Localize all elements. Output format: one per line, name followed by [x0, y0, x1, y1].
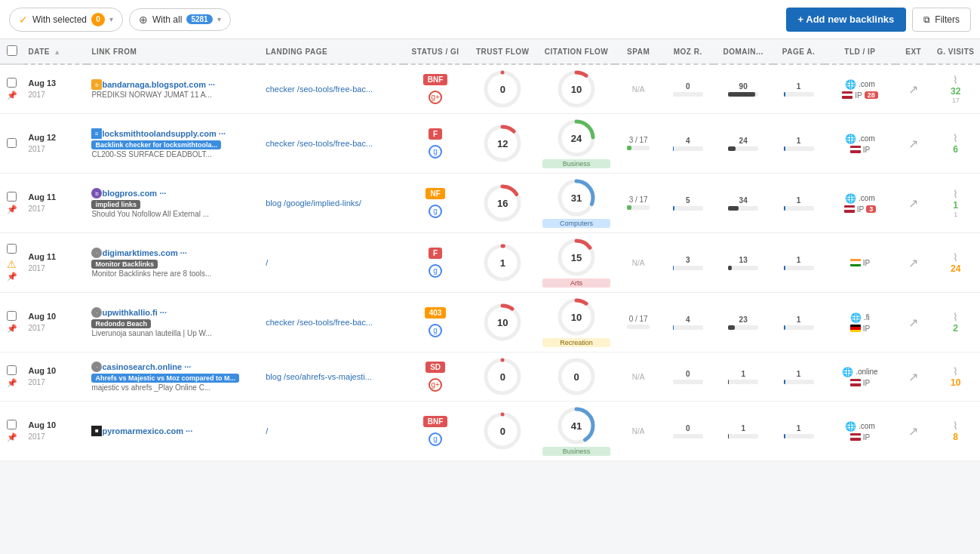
link-domain[interactable]: blogpros.com ···	[102, 189, 166, 198]
trust-flow-header: TRUST FLOW	[467, 39, 538, 64]
external-link-icon[interactable]: ↗	[908, 425, 918, 438]
citation-flow-cell: 10	[538, 64, 614, 114]
trust-flow-value: 0	[500, 371, 505, 383]
external-link-icon[interactable]: ↗	[908, 137, 918, 150]
backlinks-table: DATE ▲ LINK FROM LANDING PAGE STATUS / G…	[0, 39, 980, 461]
sparkline-icon: ⌇	[953, 132, 958, 144]
google-icon: g	[429, 145, 442, 159]
citation-flow-cell: 10 Recreation	[538, 293, 614, 352]
landing-page-link[interactable]: checker /seo-tools/free-bac...	[266, 85, 373, 94]
landing-page-link[interactable]: checker /seo-tools/free-bac...	[266, 318, 373, 327]
page-a-cell: 1	[773, 352, 825, 402]
row-checkbox[interactable]	[7, 244, 17, 254]
row-checkbox-cell[interactable]: 📌	[0, 293, 23, 352]
link-domain[interactable]: pyromarmexico.com ···	[102, 426, 192, 436]
all-count-badge: 5281	[186, 14, 212, 24]
ext-header: EXT	[896, 39, 931, 64]
row-checkbox-cell[interactable]: 📌	[0, 402, 23, 461]
table-row: 📌 Aug 10 2017 · upwithkallio.fi ··· Redo…	[0, 293, 980, 352]
status-cell: NF g	[404, 174, 467, 233]
circle-icon: ⊕	[139, 14, 148, 26]
filters-button[interactable]: ⧉ Filters	[912, 8, 971, 32]
table-row: 📌 Aug 10 2017 ■ pyromarmexico.com ··· / …	[0, 402, 980, 461]
landing-page-header: LANDING PAGE	[261, 39, 404, 64]
link-domain[interactable]: bandarnaga.blogspot.com ···	[102, 80, 215, 89]
filters-label: Filters	[935, 14, 960, 25]
filters-icon: ⧉	[923, 14, 930, 25]
link-domain[interactable]: upwithkallio.fi ···	[102, 308, 167, 317]
trust-flow-value: 16	[497, 198, 508, 209]
link-domain[interactable]: casinosearch.online ···	[102, 362, 191, 371]
landing-page-link[interactable]: blog /google/implied-links/	[266, 199, 361, 208]
row-checkbox[interactable]	[7, 365, 17, 375]
row-checkbox[interactable]	[7, 138, 17, 148]
sparkline-icon: ⌇	[953, 74, 958, 86]
gvisits-value: 32	[935, 86, 975, 97]
citation-flow-cell: 0	[538, 352, 614, 402]
table-row: 📌 Aug 11 2017 b blogpros.com ··· implied…	[0, 174, 980, 233]
link-domain[interactable]: locksmithtoolandsupply.com ···	[102, 129, 226, 138]
google-plus-icon: g+	[429, 91, 442, 104]
trust-flow-value: 10	[497, 317, 508, 328]
row-checkbox[interactable]	[7, 420, 17, 429]
date-header[interactable]: DATE ▲	[23, 39, 87, 64]
gvisits-cell: ⌇ 24	[931, 233, 980, 293]
spam-cell: 3 / 17	[615, 114, 662, 174]
ext-cell: ↗	[896, 233, 931, 293]
link-tag: Redondo Beach	[91, 319, 151, 328]
link-snippet: Should You Nofollow All External ...	[91, 210, 257, 218]
warning-icon: ⚠	[5, 258, 19, 270]
domain-a-cell: 1	[714, 402, 773, 461]
landing-page-link[interactable]: checker /seo-tools/free-bac...	[266, 139, 373, 148]
external-link-icon[interactable]: ↗	[908, 316, 918, 329]
select-all-checkbox[interactable]	[7, 45, 17, 56]
landing-page-link[interactable]: /	[266, 258, 268, 267]
external-link-icon[interactable]: ↗	[908, 83, 918, 96]
row-checkbox-cell[interactable]: 📌	[0, 174, 23, 233]
sparkline-icon: ⌇	[953, 251, 958, 263]
external-link-icon[interactable]: ↗	[908, 197, 918, 210]
pin-icon: 📌	[5, 91, 19, 100]
citation-flow-value: 10	[571, 84, 582, 95]
external-link-icon[interactable]: ↗	[908, 371, 918, 383]
spam-cell: N/A	[615, 352, 662, 402]
page-a-cell: 1	[773, 64, 825, 114]
row-checkbox[interactable]	[7, 192, 17, 202]
citation-flow-cell: 24 Business	[538, 114, 614, 174]
row-checkbox-cell[interactable]: 📌	[0, 64, 23, 114]
landing-page-link[interactable]: /	[266, 426, 268, 436]
backlinks-table-container: DATE ▲ LINK FROM LANDING PAGE STATUS / G…	[0, 39, 980, 461]
sparkline-icon: ⌇	[953, 365, 958, 377]
link-tag: implied links	[91, 200, 140, 209]
status-cell: BNF g+	[404, 64, 467, 114]
link-from-cell: b bandarnaga.blogspot.com ··· PREDIKSI N…	[87, 64, 261, 114]
checkmark-icon: ✓	[19, 14, 28, 26]
with-selected-button[interactable]: ✓ With selected 0 ▾	[9, 8, 123, 32]
with-all-button[interactable]: ⊕ With all 5281 ▾	[129, 8, 231, 31]
pin-icon: 📌	[5, 324, 19, 334]
landing-page-cell: checker /seo-tools/free-bac...	[261, 293, 404, 352]
page-a-cell: 1	[773, 174, 825, 233]
citation-flow-cell: 15 Arts	[538, 233, 614, 293]
link-tag: Monitor Backlinks	[91, 260, 158, 269]
row-checkbox-cell[interactable]: ⚠ 📌	[0, 233, 23, 293]
row-checkbox-cell[interactable]	[0, 114, 23, 174]
spam-header: SPAM	[615, 39, 662, 64]
link-domain[interactable]: digimarktimes.com ···	[102, 248, 186, 257]
add-backlinks-button[interactable]: + Add new backlinks	[786, 8, 907, 32]
landing-page-link[interactable]: blog /seo/ahrefs-vs-majesti...	[266, 372, 372, 381]
moz-r-header: MOZ R.	[662, 39, 714, 64]
tld-ip-cell: 🌐.fi IP	[825, 293, 896, 352]
row-checkbox-cell[interactable]: 📌	[0, 352, 23, 402]
row-checkbox[interactable]	[7, 311, 17, 321]
gvisits-value: 2	[935, 323, 975, 334]
select-all-header[interactable]	[0, 39, 23, 64]
link-snippet: PREDIKSI NORWAY JUMAT 11 A...	[91, 91, 257, 99]
trust-flow-cell: 0	[467, 352, 538, 402]
citation-flow-value: 10	[571, 312, 582, 323]
table-row: Aug 12 2017 ≡ locksmithtoolandsupply.com…	[0, 114, 980, 174]
external-link-icon[interactable]: ↗	[908, 257, 918, 269]
moz-r-cell: 5	[662, 174, 714, 233]
gvisits-sub: 17	[935, 97, 975, 104]
row-checkbox[interactable]	[7, 78, 17, 88]
